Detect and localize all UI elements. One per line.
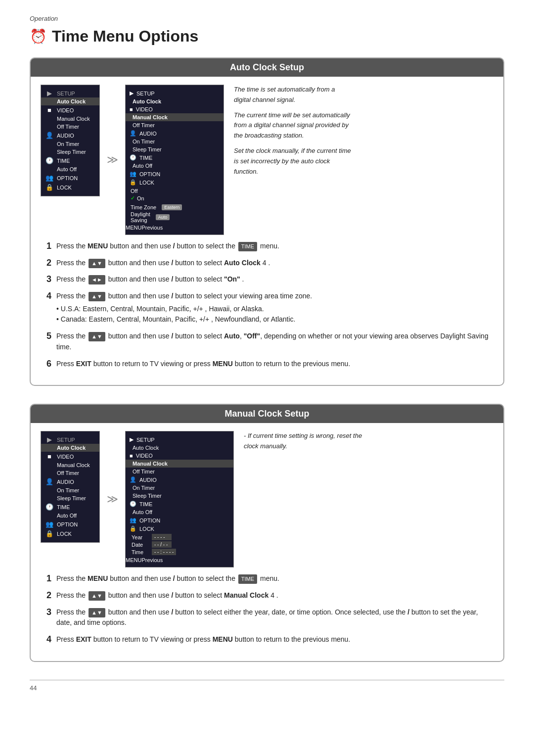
auto-clock-menu-area: ▶SETUP Auto Clock ■VIDEO Manual Clock Of… <box>41 85 224 235</box>
manual-clock-step-3: 3 Press the ▲▼ button and then use / but… <box>41 607 493 628</box>
auto-clock-step-2: 2 Press the ▲▼ button and then use / but… <box>41 258 493 269</box>
page-title: ⏰ Time Menu Options <box>30 27 504 46</box>
clock-icon: ⏰ <box>30 28 47 45</box>
manual-clock-left-menu: ▶SETUP Auto Clock ■VIDEO Manual Clock Of… <box>41 431 100 543</box>
auto-clock-section: Auto Clock Setup ▶SETUP Auto Clock ■VIDE… <box>30 57 504 386</box>
manual-clock-description: - If current time setting is wrong, rese… <box>244 431 362 567</box>
breadcrumb: Operation <box>30 15 504 22</box>
manual-clock-section: Manual Clock Setup ▶SETUP Auto Clock ■VI… <box>30 404 504 662</box>
auto-clock-step-3: 3 Press the ◄► button and then use / but… <box>41 274 493 285</box>
manual-clock-steps: 1 Press the MENU button and then use / b… <box>31 573 503 645</box>
auto-clock-right-menu: ▶SETUP Auto Clock ■VIDEO Manual Clock Of… <box>125 85 224 235</box>
auto-clock-step-6: 6 Press EXIT button to return to TV view… <box>41 359 493 370</box>
page-number: 44 <box>30 684 37 692</box>
manual-clock-step-2: 2 Press the ▲▼ button and then use / but… <box>41 590 493 601</box>
manual-clock-step-4: 4 Press EXIT button to return to TV view… <box>41 634 493 645</box>
auto-clock-description: The time is set automatically from a dig… <box>234 85 353 235</box>
manual-clock-menu-area: ▶SETUP Auto Clock ■VIDEO Manual Clock Of… <box>41 431 234 567</box>
manual-clock-right-menu: ▶SETUP Auto Clock ■VIDEO Manual Clock Of… <box>125 431 234 567</box>
manual-clock-header: Manual Clock Setup <box>31 405 503 423</box>
auto-clock-left-menu: ▶SETUP Auto Clock ■VIDEO Manual Clock Of… <box>41 85 100 196</box>
arrow-right-icon-manual: ≫ <box>105 493 120 506</box>
arrow-right-icon: ≫ <box>105 153 120 166</box>
auto-clock-header: Auto Clock Setup <box>31 58 503 77</box>
manual-clock-step-1: 1 Press the MENU button and then use / b… <box>41 573 493 584</box>
auto-clock-steps: 1 Press the MENU button and then use / b… <box>31 241 503 369</box>
auto-clock-step-1: 1 Press the MENU button and then use / b… <box>41 241 493 252</box>
auto-clock-step-5: 5 Press the ▲▼ button and then use / but… <box>41 331 493 352</box>
auto-clock-step-4: 4 Press the ▲▼ button and then use / but… <box>41 291 493 325</box>
page-footer: 44 <box>30 680 504 692</box>
